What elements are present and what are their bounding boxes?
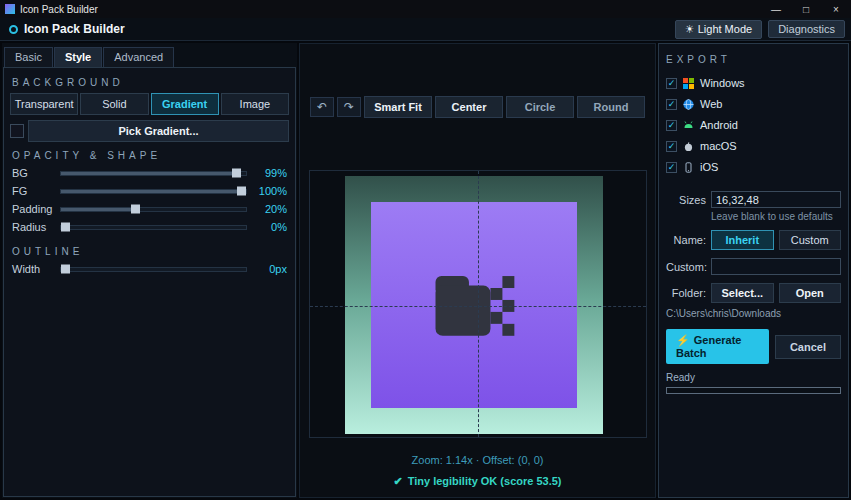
name-label: Name: [666,234,706,246]
macos-checkbox[interactable]: ✓ [666,141,677,152]
slider-handle[interactable] [237,187,246,196]
light-mode-button[interactable]: ☀ Light Mode [675,20,762,39]
crosshair-vertical [478,171,479,437]
radius-slider-label: Radius [12,221,54,233]
web-checkbox[interactable]: ✓ [666,99,677,110]
fg-slider-value: 100% [253,185,287,197]
android-checkbox[interactable]: ✓ [666,120,677,131]
bg-opacity-slider[interactable] [60,171,247,176]
lightning-icon: ⚡ [676,334,690,346]
panel-tabs: Basic Style Advanced [2,43,297,67]
icon-background-gradient [345,176,603,434]
opacity-shape-section-title: OPACITY & SHAPE [12,150,287,161]
sizes-label: Sizes [666,194,706,206]
canvas-column: ↶ ↷ Smart Fit Center Circle Round [299,43,656,498]
round-button[interactable]: Round [577,96,645,118]
legibility-text: Tiny legibility OK (score 53.5) [408,475,562,487]
folder-open-button[interactable]: Open [779,283,842,303]
undo-icon[interactable]: ↶ [310,97,334,117]
canvas-toolbar: ↶ ↷ Smart Fit Center Circle Round [300,96,655,118]
style-panel-content: BACKGROUND Transparent Solid Gradient Im… [3,67,296,497]
target-row-macos[interactable]: ✓ macOS [666,136,841,156]
mode-transparent-button[interactable]: Transparent [10,93,78,115]
target-row-android[interactable]: ✓ Android [666,115,841,135]
maximize-button[interactable]: □ [791,0,821,18]
name-inherit-button[interactable]: Inherit [711,230,774,250]
macos-icon [683,141,694,152]
name-custom-button[interactable]: Custom [779,230,842,250]
slider-fill [61,190,246,193]
windows-icon [683,78,694,89]
target-label: macOS [700,140,737,152]
zoom-offset-status: Zoom: 1.14x · Offset: (0, 0) [300,454,655,466]
background-section-title: BACKGROUND [12,77,287,88]
padding-slider-value: 20% [253,203,287,215]
fg-opacity-slider[interactable] [60,189,247,194]
slider-handle[interactable] [61,223,70,232]
tab-advanced[interactable]: Advanced [103,47,174,67]
redo-icon[interactable]: ↷ [337,97,361,117]
light-mode-label: Light Mode [698,23,752,35]
ios-icon [683,162,694,173]
legibility-status: ✔Tiny legibility OK (score 53.5) [300,475,655,488]
generate-batch-button[interactable]: ⚡Generate Batch [666,329,769,364]
icon-preview-canvas[interactable] [309,170,647,438]
ios-checkbox[interactable]: ✓ [666,162,677,173]
slider-handle[interactable] [232,169,241,178]
android-icon [683,120,694,131]
outline-section-title: OUTLINE [12,246,287,257]
window-icon [5,4,15,14]
slider-fill [61,208,135,211]
windows-checkbox[interactable]: ✓ [666,78,677,89]
style-panel: Basic Style Advanced BACKGROUND Transpar… [2,43,297,498]
center-button[interactable]: Center [435,96,503,118]
app-window: Icon Pack Builder — □ × Icon Pack Builde… [0,0,851,500]
app-title: Icon Pack Builder [24,22,669,36]
radius-slider-value: 0% [253,221,287,233]
outline-width-slider[interactable] [60,267,247,272]
pick-gradient-button[interactable]: Pick Gradient... [28,120,289,142]
crosshair-horizontal [310,306,646,307]
folder-path: C:\Users\chris\Downloads [666,308,841,319]
custom-name-input[interactable] [711,258,841,275]
custom-label: Custom: [666,261,706,273]
mode-gradient-button[interactable]: Gradient [151,93,219,115]
target-row-web[interactable]: ✓ Web [666,94,841,114]
close-button[interactable]: × [821,0,851,18]
bg-slider-label: BG [12,167,54,179]
tab-style[interactable]: Style [54,47,102,67]
sun-icon: ☀ [685,23,695,35]
target-label: Android [700,119,738,131]
slider-handle[interactable] [61,265,70,274]
gradient-swatch[interactable] [10,124,24,138]
diagnostics-button[interactable]: Diagnostics [768,20,845,38]
icon-foreground-square [371,202,577,408]
sizes-hint: Leave blank to use defaults [711,211,841,222]
target-label: Windows [700,77,745,89]
slider-handle[interactable] [131,205,140,214]
sizes-input[interactable] [711,191,841,208]
circle-button[interactable]: Circle [506,96,574,118]
radius-slider[interactable] [60,225,247,230]
app-header: Icon Pack Builder ☀ Light Mode Diagnosti… [0,18,851,41]
padding-slider[interactable] [60,207,247,212]
folder-label: Folder: [666,287,706,299]
export-section-title: EXPORT [666,54,841,65]
fg-slider-label: FG [12,185,54,197]
target-label: Web [700,98,722,110]
mode-solid-button[interactable]: Solid [80,93,148,115]
mode-image-button[interactable]: Image [221,93,289,115]
slider-fill [61,172,240,175]
cancel-button[interactable]: Cancel [775,335,841,359]
batch-status: Ready [666,372,841,383]
minimize-button[interactable]: — [761,0,791,18]
width-slider-label: Width [12,263,54,275]
web-icon [683,99,694,110]
background-mode-group: Transparent Solid Gradient Image [10,93,289,115]
batch-progress-bar [666,387,841,394]
tab-basic[interactable]: Basic [4,47,53,67]
folder-select-button[interactable]: Select... [711,283,774,303]
target-row-ios[interactable]: ✓ iOS [666,157,841,177]
target-row-windows[interactable]: ✓ Windows [666,73,841,93]
smart-fit-button[interactable]: Smart Fit [364,96,432,118]
